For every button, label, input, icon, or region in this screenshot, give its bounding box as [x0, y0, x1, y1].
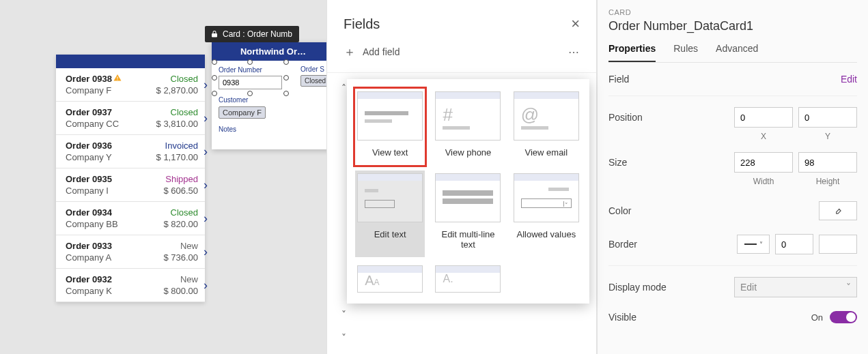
fields-panel-title: Fields	[344, 16, 380, 32]
type-view-email[interactable]: @ View email	[512, 89, 581, 165]
visible-state-label: On	[811, 312, 823, 323]
notes-label: Notes	[219, 126, 328, 133]
chevron-right-icon: ›	[204, 111, 208, 126]
properties-panel: CARD Order Number_DataCard1 Properties R…	[597, 0, 868, 354]
order-number-input[interactable]	[219, 76, 282, 89]
order-gallery-header	[56, 55, 205, 68]
chevron-right-icon: ›	[204, 145, 208, 159]
add-field-label: Add field	[363, 46, 400, 57]
visible-toggle[interactable]	[830, 311, 857, 323]
chevron-right-icon: ›	[204, 245, 208, 259]
order-item[interactable]: Order 0937ClosedCompany CC$ 3,810.00›	[56, 102, 205, 135]
customer-label: Customer	[219, 96, 328, 104]
tab-properties[interactable]: Properties	[608, 43, 656, 62]
order-number-label: Order Number	[219, 66, 282, 74]
chevron-right-icon: ›	[204, 78, 208, 92]
customer-value: Company F	[219, 106, 266, 119]
order-id: Order 0935	[66, 174, 112, 184]
order-item[interactable]: Order 0938ClosedCompany F$ 2,870.00›	[56, 68, 205, 102]
selection-tooltip: Card : Order Numb	[205, 26, 299, 42]
type-view-phone[interactable]: # View phone	[433, 89, 503, 165]
close-icon[interactable]: ×	[571, 15, 580, 33]
order-item[interactable]: Order 0934ClosedCompany BB$ 820.00›	[56, 202, 205, 235]
order-status: Closed	[171, 207, 198, 218]
border-style-dropdown[interactable]: ˅	[737, 235, 770, 254]
order-amount: $ 606.50	[163, 186, 198, 196]
order-number-datacard[interactable]: Order Number	[219, 66, 282, 89]
order-amount: $ 2,870.00	[156, 85, 198, 95]
chevron-down-icon[interactable]: ˅	[337, 332, 350, 343]
more-icon[interactable]: ⋯	[568, 46, 580, 59]
order-amount: $ 736.00	[163, 252, 198, 263]
plus-icon: ＋	[344, 44, 356, 60]
control-kind: CARD	[608, 8, 857, 16]
type-partial-b[interactable]: A.	[433, 263, 503, 299]
order-status: New	[180, 274, 198, 284]
display-mode-select[interactable]: Edit ˅	[734, 277, 857, 297]
display-mode-label: Display mode	[608, 282, 667, 293]
field-edit-link[interactable]: Edit	[841, 74, 857, 85]
order-status: Closed	[171, 74, 198, 84]
tab-advanced[interactable]: Advanced	[716, 43, 758, 62]
position-x-input[interactable]	[734, 107, 793, 128]
order-company: Company K	[66, 286, 112, 296]
order-amount: $ 820.00	[163, 219, 198, 229]
type-edit-multiline[interactable]: Edit multi-line text	[433, 171, 503, 257]
order-id: Order 0933	[66, 241, 112, 251]
order-item[interactable]: Order 0932NewCompany K$ 800.00›	[56, 269, 205, 302]
visible-label: Visible	[608, 312, 636, 323]
order-id: Order 0934	[66, 207, 112, 218]
order-status: Invoiced	[165, 141, 198, 151]
order-amount: $ 1,170.00	[156, 152, 198, 162]
chevron-right-icon: ›	[204, 278, 208, 293]
order-company: Company CC	[66, 119, 119, 129]
warning-icon	[113, 74, 122, 84]
order-item[interactable]: Order 0935ShippedCompany I$ 606.50›	[56, 168, 205, 202]
size-width-input[interactable]	[734, 152, 793, 173]
order-status-value: Closed	[300, 75, 330, 87]
type-edit-text[interactable]: Edit text	[355, 171, 425, 257]
add-field-button[interactable]: ＋ Add field	[344, 44, 400, 60]
type-view-text[interactable]: View text	[355, 89, 425, 165]
chevron-down-icon: ˅	[846, 282, 851, 293]
position-y-input[interactable]	[798, 107, 857, 128]
order-id: Order 0938	[66, 74, 122, 84]
field-label: Field	[608, 74, 629, 85]
type-partial-a[interactable]: AA	[355, 263, 425, 299]
svg-rect-1	[117, 80, 117, 80]
border-width-input[interactable]	[775, 234, 813, 254]
order-id: Order 0937	[66, 107, 112, 117]
color-picker-button[interactable]	[819, 201, 857, 220]
position-label: Position	[608, 112, 643, 123]
order-amount: $ 3,810.00	[156, 119, 198, 129]
order-gallery[interactable]: Order 0938ClosedCompany F$ 2,870.00›Orde…	[56, 55, 205, 302]
control-name: Order Number_DataCard1	[608, 19, 857, 33]
position-y-sublabel: Y	[798, 132, 857, 141]
chevron-right-icon: ›	[204, 211, 208, 226]
customer-datacard[interactable]: Customer Company F	[219, 96, 328, 119]
border-label: Border	[608, 239, 637, 250]
order-company: Company BB	[66, 219, 118, 229]
selection-tooltip-text: Card : Order Numb	[223, 29, 292, 39]
order-status: New	[180, 241, 198, 251]
form-header: Northwind Or…	[212, 42, 335, 61]
chevron-down-icon[interactable]: ˅	[337, 309, 350, 320]
chevron-right-icon: ›	[204, 178, 208, 192]
order-status: Shipped	[165, 174, 198, 184]
notes-datacard[interactable]: Notes	[219, 126, 328, 133]
order-company: Company A	[66, 252, 111, 263]
size-height-input[interactable]	[798, 152, 857, 173]
order-id: Order 0936	[66, 141, 112, 151]
position-x-sublabel: X	[734, 132, 793, 141]
order-amount: $ 800.00	[163, 286, 198, 296]
type-allowed-values[interactable]: ˅ Allowed values	[512, 171, 581, 257]
size-height-sublabel: Height	[798, 177, 857, 186]
lock-icon	[210, 30, 219, 38]
tab-rules[interactable]: Rules	[673, 43, 698, 62]
order-company: Company Y	[66, 152, 112, 162]
order-item[interactable]: Order 0936InvoicedCompany Y$ 1,170.00›	[56, 135, 205, 168]
form-preview[interactable]: Northwind Or… Order Number Customer Comp…	[212, 42, 335, 149]
border-color-button[interactable]	[819, 235, 857, 254]
order-item[interactable]: Order 0933NewCompany A$ 736.00›	[56, 235, 205, 269]
order-company: Company I	[66, 186, 109, 196]
